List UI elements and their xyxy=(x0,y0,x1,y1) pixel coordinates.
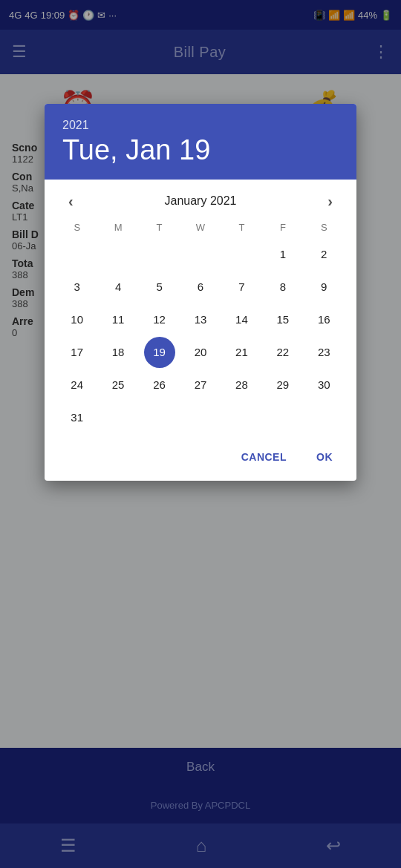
cal-empty xyxy=(102,239,134,270)
dialog-year: 2021 xyxy=(62,119,339,132)
cal-empty xyxy=(144,239,175,270)
cal-day-7[interactable]: 7 xyxy=(226,272,257,303)
dow-sat: S xyxy=(304,219,345,236)
dialog-header: 2021 Tue, Jan 19 xyxy=(45,104,356,180)
cal-empty xyxy=(267,402,299,433)
cal-day-8[interactable]: 8 xyxy=(267,272,299,303)
calendar-grid: 1 2 3 4 5 6 7 8 9 10 11 12 13 14 15 16 1… xyxy=(56,239,345,433)
dow-sun: S xyxy=(56,219,97,236)
cal-empty xyxy=(185,402,216,433)
cal-day-29[interactable]: 29 xyxy=(267,369,299,401)
cal-empty xyxy=(226,239,257,270)
cal-day-22[interactable]: 22 xyxy=(267,337,299,368)
cal-empty xyxy=(226,402,257,433)
cal-day-9[interactable]: 9 xyxy=(308,272,339,303)
cal-day-26[interactable]: 26 xyxy=(144,369,175,401)
cal-day-11[interactable]: 11 xyxy=(102,304,134,335)
cal-day-1[interactable]: 1 xyxy=(267,239,299,270)
cal-day-10[interactable]: 10 xyxy=(62,304,93,335)
cal-day-15[interactable]: 15 xyxy=(267,304,299,335)
cal-day-24[interactable]: 24 xyxy=(62,369,93,401)
date-picker-dialog: 2021 Tue, Jan 19 ‹ January 2021 › S M T … xyxy=(45,104,356,481)
cal-day-23[interactable]: 23 xyxy=(308,337,339,368)
month-label: January 2021 xyxy=(165,194,237,208)
dow-wed: W xyxy=(180,219,221,236)
cal-day-30[interactable]: 30 xyxy=(308,369,339,401)
cal-day-4[interactable]: 4 xyxy=(102,272,134,303)
cal-day-16[interactable]: 16 xyxy=(308,304,339,335)
calendar-body: ‹ January 2021 › S M T W T F S xyxy=(45,180,356,439)
cal-day-3[interactable]: 3 xyxy=(62,272,93,303)
cal-day-21[interactable]: 21 xyxy=(226,337,257,368)
cal-day-17[interactable]: 17 xyxy=(62,337,93,368)
cal-empty xyxy=(185,239,216,270)
cal-day-28[interactable]: 28 xyxy=(226,369,257,401)
cal-day-25[interactable]: 25 xyxy=(102,369,134,401)
dialog-actions: CANCEL OK xyxy=(45,439,356,481)
cal-empty xyxy=(62,239,93,270)
dow-mon: M xyxy=(97,219,138,236)
cal-day-31[interactable]: 31 xyxy=(62,402,93,433)
cal-empty xyxy=(308,402,339,433)
cal-day-13[interactable]: 13 xyxy=(185,304,216,335)
cal-day-12[interactable]: 12 xyxy=(144,304,175,335)
cal-day-18[interactable]: 18 xyxy=(102,337,134,368)
cal-day-2[interactable]: 2 xyxy=(308,239,339,270)
cal-day-5[interactable]: 5 xyxy=(144,272,175,303)
cal-day-14[interactable]: 14 xyxy=(226,304,257,335)
ok-button[interactable]: OK xyxy=(304,445,345,469)
days-of-week-row: S M T W T F S xyxy=(56,219,345,236)
dialog-selected-date: Tue, Jan 19 xyxy=(62,135,339,166)
next-month-button[interactable]: › xyxy=(322,190,339,213)
cal-day-6[interactable]: 6 xyxy=(185,272,216,303)
prev-month-button[interactable]: ‹ xyxy=(62,190,79,213)
cal-empty xyxy=(144,402,175,433)
dow-tue: T xyxy=(139,219,180,236)
dialog-overlay: 2021 Tue, Jan 19 ‹ January 2021 › S M T … xyxy=(0,0,401,868)
cal-empty xyxy=(102,402,134,433)
dow-thu: T xyxy=(221,219,262,236)
cancel-button[interactable]: CANCEL xyxy=(229,445,299,469)
month-navigation: ‹ January 2021 › xyxy=(56,180,345,219)
cal-day-27[interactable]: 27 xyxy=(185,369,216,401)
dow-fri: F xyxy=(262,219,303,236)
cal-day-20[interactable]: 20 xyxy=(185,337,216,368)
cal-day-19-selected[interactable]: 19 xyxy=(144,337,175,368)
